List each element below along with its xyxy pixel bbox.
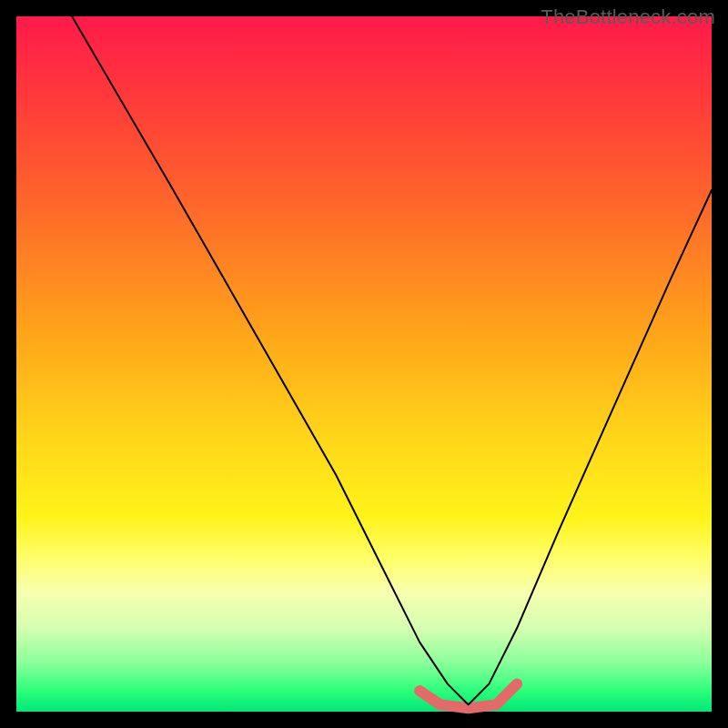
bottleneck-curve [72,16,712,704]
chart-stage: TheBottleneck.com [0,0,728,728]
watermark-text: TheBottleneck.com [541,5,715,29]
curve-svg [16,16,712,712]
plot-area [16,16,712,712]
